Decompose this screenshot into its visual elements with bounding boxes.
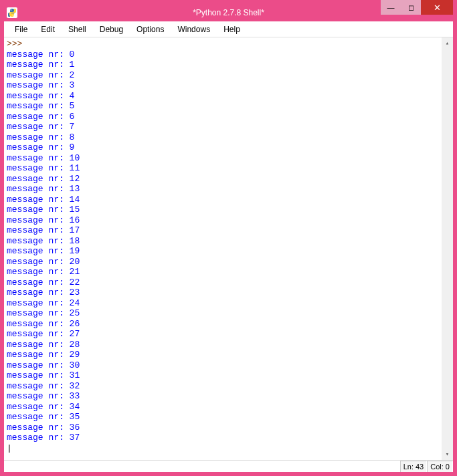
menu-file[interactable]: File: [8, 23, 34, 36]
shell-output-line: message nr: 21: [7, 267, 80, 277]
shell-output-line: message nr: 35: [7, 412, 80, 422]
menu-shell[interactable]: Shell: [62, 23, 93, 36]
menubar: File Edit Shell Debug Options Windows He…: [4, 21, 453, 37]
titlebar[interactable]: *Python 2.7.8 Shell* — ◻ ✕: [4, 4, 453, 21]
shell-output-line: message nr: 20: [7, 257, 80, 267]
shell-output-line: message nr: 27: [7, 329, 80, 339]
shell-output-line: message nr: 28: [7, 340, 80, 350]
shell-output-line: message nr: 8: [7, 132, 74, 142]
vertical-scrollbar[interactable]: ▴ ▾: [442, 37, 453, 460]
shell-output-line: message nr: 13: [7, 184, 80, 194]
minimize-button[interactable]: —: [381, 0, 401, 15]
shell-output-line: message nr: 36: [7, 423, 80, 433]
shell-output-line: message nr: 30: [7, 360, 80, 370]
shell-output-line: message nr: 0: [7, 49, 74, 60]
status-col: Col: 0: [427, 461, 453, 472]
svg-point-2: [13, 15, 14, 16]
shell-output-line: message nr: 15: [7, 205, 80, 215]
statusbar: Ln: 43 Col: 0: [4, 460, 453, 472]
python-idle-icon: [7, 7, 17, 18]
shell-prompt: >>>: [7, 39, 27, 49]
maximize-button[interactable]: ◻: [401, 0, 421, 15]
shell-output-line: message nr: 16: [7, 215, 80, 225]
close-button[interactable]: ✕: [421, 0, 453, 15]
shell-output-line: message nr: 12: [7, 174, 80, 184]
shell-output-line: message nr: 22: [7, 277, 80, 287]
shell-output-line: message nr: 7: [7, 122, 74, 132]
shell-output-line: message nr: 18: [7, 236, 80, 246]
menu-edit[interactable]: Edit: [34, 23, 62, 36]
shell-output-line: message nr: 25: [7, 308, 80, 318]
shell-output-line: message nr: 19: [7, 246, 80, 256]
shell-output-line: message nr: 1: [7, 60, 74, 70]
window-controls: — ◻ ✕: [381, 0, 453, 15]
menu-options[interactable]: Options: [130, 23, 171, 36]
scroll-down-arrow-icon[interactable]: ▾: [442, 449, 453, 460]
svg-point-1: [11, 9, 12, 11]
shell-output-line: message nr: 37: [7, 433, 80, 443]
shell-output-line: message nr: 26: [7, 319, 80, 329]
shell-output-line: message nr: 29: [7, 350, 80, 360]
shell-output-line: message nr: 23: [7, 287, 80, 298]
shell-output-line: message nr: 4: [7, 91, 74, 101]
shell-output-line: message nr: 2: [7, 70, 74, 80]
shell-output-line: message nr: 10: [7, 153, 80, 163]
shell-output-line: message nr: 32: [7, 381, 80, 391]
shell-text-area[interactable]: >>> message nr: 0 message nr: 1 message …: [4, 37, 442, 460]
shell-output-line: message nr: 5: [7, 101, 74, 111]
menu-windows[interactable]: Windows: [171, 23, 217, 36]
scroll-track[interactable]: [442, 49, 453, 449]
shell-output-line: message nr: 33: [7, 391, 80, 401]
window-title: *Python 2.7.8 Shell*: [193, 8, 264, 17]
shell-output-line: message nr: 31: [7, 370, 80, 380]
menu-debug[interactable]: Debug: [93, 23, 130, 36]
shell-cursor: |: [7, 443, 12, 453]
shell-output-line: message nr: 24: [7, 298, 80, 308]
shell-output-line: message nr: 3: [7, 80, 74, 90]
shell-output-line: message nr: 17: [7, 225, 80, 235]
content-area: >>> message nr: 0 message nr: 1 message …: [4, 37, 453, 460]
shell-output-line: message nr: 9: [7, 142, 74, 152]
app-window: *Python 2.7.8 Shell* — ◻ ✕ File Edit She…: [0, 0, 457, 476]
shell-output-line: message nr: 11: [7, 163, 80, 173]
shell-output-line: message nr: 6: [7, 112, 74, 122]
shell-output-line: message nr: 34: [7, 402, 80, 412]
status-line: Ln: 43: [400, 461, 428, 472]
scroll-up-arrow-icon[interactable]: ▴: [442, 37, 453, 49]
menu-help[interactable]: Help: [217, 23, 247, 36]
shell-output-line: message nr: 14: [7, 195, 80, 205]
